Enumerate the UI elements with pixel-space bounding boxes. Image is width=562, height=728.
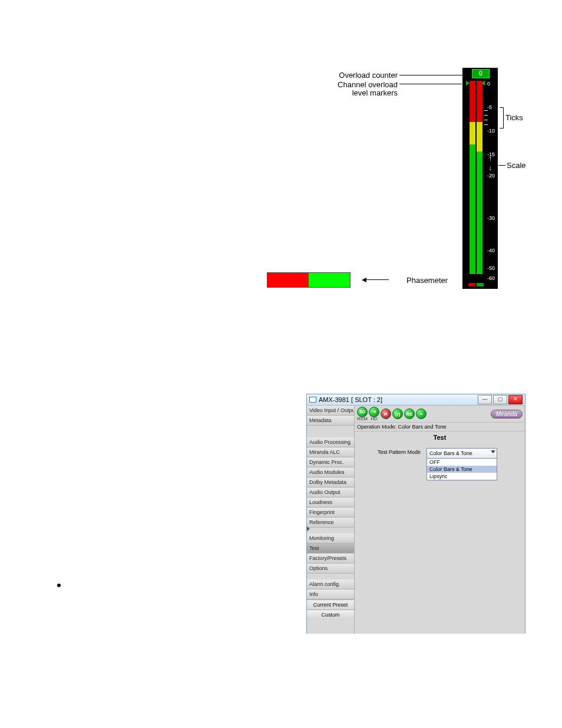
dropdown-item-color-bars-tone[interactable]: Color Bars & Tone [427,466,497,473]
tick-40: -40 [487,248,495,253]
sidebar-item-info[interactable]: Info [307,589,354,599]
brand-badge: Miranda [491,410,523,419]
status-icon-row: 3D REM ➔ HD R (r) RE + Miranda [355,406,525,423]
sidebar-item-audio-modules[interactable]: Audio Modules [307,467,354,477]
ticks-brace [500,107,504,129]
annot-line [399,84,462,84]
dropdown-item-off[interactable]: OFF [427,459,497,466]
sidebar-item-dolby-metadata[interactable]: Dolby Metadata [307,477,354,487]
titlebar[interactable]: AMX-3981 [ SLOT : 2] — ▢ ✕ [307,394,525,406]
label-scale: Scale [507,161,526,170]
sidebar: Video Input / Output Metadata Audio Proc… [307,406,355,634]
sidebar-item-loudness[interactable]: Loudness [307,498,354,508]
tick-5: -5 [487,104,492,110]
status-icon-ref[interactable]: (r) [392,409,403,419]
panel-title: Test [355,431,525,443]
app-icon [309,397,316,403]
label-ticks: Ticks [505,113,523,122]
opmode-value: Color Bars and Tone [398,424,447,430]
test-pattern-mode-combo[interactable]: Color Bars & Tone [427,448,497,459]
status-icon-plus[interactable]: + [416,409,427,419]
tick-30: -30 [487,215,495,221]
maximize-button[interactable]: ▢ [493,395,507,404]
sidebar-item-metadata[interactable]: Metadata [307,416,354,426]
sidebar-item-video-io[interactable]: Video Input / Output [307,406,354,416]
amx-window: AMX-3981 [ SLOT : 2] — ▢ ✕ Video Input /… [306,394,525,634]
tick-60: -60 [487,275,495,281]
status-sub-rem: REM [357,416,368,421]
opmode-label: Operation Mode: [357,424,396,430]
test-pattern-mode-dropdown: OFF Color Bars & Tone Lipsync [427,459,497,480]
dropdown-item-lipsync[interactable]: Lipsync [427,473,497,480]
tick-mark [484,110,488,111]
window-title: AMX-3981 [ SLOT : 2] [319,396,478,403]
phasemeter-arrow-icon [365,279,389,280]
label-channel-overload: Channel overload [333,80,398,89]
tick-mark [484,120,488,120]
sidebar-arrow-icon [307,526,310,531]
current-preset-value: Custom [307,610,354,620]
overload-counter: 0 [472,69,490,78]
tick-mark [484,124,488,125]
annot-line [498,165,505,166]
sidebar-item-test[interactable]: Test [307,543,354,554]
current-preset-label: Current Preset [307,599,354,610]
operation-mode-row: Operation Mode: Color Bars and Tone [355,423,525,431]
sidebar-item-factory-presets[interactable]: Factory/Presets [307,554,354,564]
tick-20: -20 [487,173,495,179]
close-button[interactable]: ✕ [508,395,523,404]
combo-value: Color Bars & Tone [429,450,472,456]
sidebar-item-audio-output[interactable]: Audio Output [307,487,354,498]
scale-arrow-up-icon: ↑ [488,156,492,161]
sidebar-item-audio-processing[interactable]: Audio Processing [307,437,354,447]
sidebar-item-dynamic-proc[interactable]: Dynamic Proc. [307,457,354,467]
test-pattern-mode-label: Test Pattern Mode [362,448,421,455]
label-overload-counter: Overload counter [333,71,398,80]
sidebar-item-fingerprint[interactable]: Fingerprint [307,508,354,518]
sidebar-item-reference[interactable]: Reference [307,518,354,528]
sidebar-item-monitoring[interactable]: Monitoring [307,533,354,543]
sidebar-item-options[interactable]: Options [307,564,354,574]
tick-50: -50 [487,265,495,271]
status-sub-hd: HD [371,416,378,421]
phasemeter-bar [267,272,351,288]
scale-arrow-down-icon: ↓ [488,166,492,170]
bullet-icon [57,584,61,587]
status-icon-re[interactable]: RE [404,409,415,419]
sidebar-item-alarm-config[interactable]: Alarm config. [307,579,354,589]
minimize-button[interactable]: — [478,395,492,404]
status-icon-r[interactable]: R [381,409,391,419]
vu-bottom-red [468,283,475,286]
label-level-markers: level markers [351,88,398,97]
vu-bottom-green [477,283,484,286]
sidebar-item-miranda-alc[interactable]: Miranda ALC [307,447,354,457]
tick-mark [484,115,488,116]
label-phasemeter: Phasemeter [406,276,448,285]
main-panel: 3D REM ➔ HD R (r) RE + Miranda Operation… [355,406,525,634]
annot-line [399,75,464,75]
tick-10: -10 [487,128,495,134]
chevron-down-icon [491,450,495,453]
tick-0: 0 [487,81,490,87]
